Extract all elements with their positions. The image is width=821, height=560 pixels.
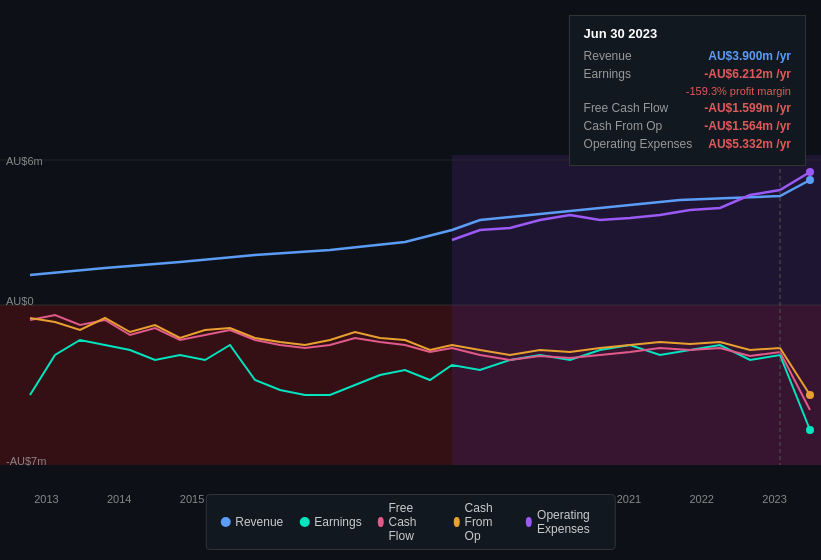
legend-cashop-dot (454, 517, 460, 527)
legend-opex-label: Operating Expenses (537, 508, 601, 536)
legend-earnings-dot (299, 517, 309, 527)
tooltip-earnings-value: -AU$6.212m /yr (704, 67, 791, 81)
svg-point-7 (806, 168, 814, 176)
tooltip-profit-margin: -159.3% profit margin (584, 85, 791, 97)
svg-point-8 (806, 426, 814, 434)
x-label-2015: 2015 (180, 493, 204, 505)
svg-rect-2 (452, 155, 821, 465)
x-label-2013: 2013 (34, 493, 58, 505)
svg-point-9 (806, 391, 814, 399)
legend-revenue-label: Revenue (235, 515, 283, 529)
legend-cashop[interactable]: Cash From Op (454, 501, 510, 543)
legend-revenue[interactable]: Revenue (220, 515, 283, 529)
legend-opex[interactable]: Operating Expenses (526, 508, 601, 536)
legend-fcf-dot (378, 517, 384, 527)
tooltip-date: Jun 30 2023 (584, 26, 791, 41)
tooltip-cashop-label: Cash From Op (584, 119, 663, 133)
legend-earnings-label: Earnings (314, 515, 361, 529)
x-label-2014: 2014 (107, 493, 131, 505)
legend-earnings[interactable]: Earnings (299, 515, 361, 529)
x-label-2021: 2021 (617, 493, 641, 505)
tooltip-fcf-value: -AU$1.599m /yr (704, 101, 791, 115)
legend-opex-dot (526, 517, 532, 527)
chart-container: Jun 30 2023 Revenue AU$3.900m /yr Earnin… (0, 0, 821, 560)
x-label-2022: 2022 (689, 493, 713, 505)
legend-fcf-label: Free Cash Flow (388, 501, 437, 543)
tooltip-opex-label: Operating Expenses (584, 137, 693, 151)
tooltip-cashop-row: Cash From Op -AU$1.564m /yr (584, 119, 791, 133)
legend-revenue-dot (220, 517, 230, 527)
y-label-top: AU$6m (6, 155, 43, 167)
tooltip-earnings-row: Earnings -AU$6.212m /yr (584, 67, 791, 81)
tooltip-revenue-label: Revenue (584, 49, 632, 63)
svg-point-6 (806, 176, 814, 184)
tooltip-earnings-label: Earnings (584, 67, 631, 81)
tooltip-panel: Jun 30 2023 Revenue AU$3.900m /yr Earnin… (569, 15, 806, 166)
y-label-bottom: -AU$7m (6, 455, 46, 467)
tooltip-opex-value: AU$5.332m /yr (708, 137, 791, 151)
chart-legend: Revenue Earnings Free Cash Flow Cash Fro… (205, 494, 616, 550)
tooltip-fcf-row: Free Cash Flow -AU$1.599m /yr (584, 101, 791, 115)
x-label-2023: 2023 (762, 493, 786, 505)
tooltip-fcf-label: Free Cash Flow (584, 101, 669, 115)
tooltip-opex-row: Operating Expenses AU$5.332m /yr (584, 137, 791, 151)
tooltip-revenue-row: Revenue AU$3.900m /yr (584, 49, 791, 63)
legend-fcf[interactable]: Free Cash Flow (378, 501, 438, 543)
tooltip-revenue-value: AU$3.900m /yr (708, 49, 791, 63)
tooltip-cashop-value: -AU$1.564m /yr (704, 119, 791, 133)
y-label-zero: AU$0 (6, 295, 34, 307)
legend-cashop-label: Cash From Op (465, 501, 511, 543)
